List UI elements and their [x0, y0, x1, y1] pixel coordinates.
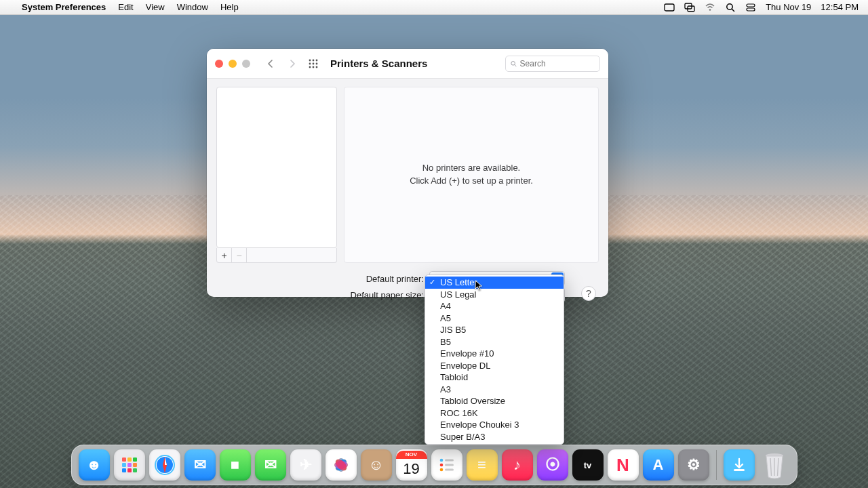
paper-size-option[interactable]: A4 — [425, 300, 564, 312]
cursor-icon — [475, 280, 486, 291]
paper-size-option[interactable]: JIS B5 — [425, 324, 564, 336]
dock-app-podcasts[interactable]: ⦿ — [537, 449, 568, 481]
svg-rect-20 — [127, 458, 132, 462]
paper-size-option-label: A4 — [440, 301, 451, 311]
paper-size-option[interactable]: US Legal — [425, 289, 564, 301]
svg-point-14 — [309, 66, 311, 68]
paper-size-option[interactable]: ✓US Letter — [425, 277, 564, 289]
empty-state-line1: No printers are available. — [410, 162, 533, 175]
menubar: System Preferences Edit View Window Help… — [0, 0, 868, 15]
forward-button[interactable] — [284, 56, 300, 72]
dock-app-contacts[interactable]: ☺ — [361, 449, 392, 481]
paper-size-option-label: Envelope DL — [440, 361, 490, 371]
svg-rect-27 — [133, 468, 137, 472]
menu-view[interactable]: View — [146, 2, 165, 12]
paper-size-option-label: US Letter — [440, 277, 477, 287]
printer-list[interactable] — [216, 87, 337, 248]
paper-size-option[interactable]: ROC 16K — [425, 407, 564, 420]
dock-app-launchpad[interactable] — [114, 449, 145, 481]
svg-point-16 — [316, 66, 318, 68]
dock-app-settings[interactable]: ⚙ — [678, 449, 709, 481]
svg-point-17 — [511, 61, 515, 65]
paper-size-option[interactable]: Envelope #10 — [425, 348, 564, 360]
svg-rect-23 — [127, 463, 132, 467]
svg-point-11 — [309, 62, 311, 64]
dock-app-notes[interactable]: ≡ — [467, 449, 498, 481]
dock: ☻✉■✉✈☺NOV19≡♪⦿tvNA⚙ — [71, 445, 797, 485]
svg-point-8 — [309, 59, 311, 61]
dock-app-tv[interactable]: tv — [572, 449, 604, 481]
dock-app-maps[interactable]: ✈ — [290, 449, 321, 481]
dock-separator — [716, 450, 717, 480]
svg-point-41 — [439, 464, 443, 467]
dock-app-reminders[interactable] — [431, 449, 462, 481]
menu-help[interactable]: Help — [220, 2, 239, 12]
svg-line-18 — [515, 64, 517, 66]
dock-app-photos[interactable] — [326, 449, 357, 481]
svg-point-3 — [709, 9, 711, 11]
paper-size-option-label: Envelope Choukei 3 — [440, 420, 519, 430]
dock-app-facetime[interactable]: ■ — [220, 449, 251, 481]
prefs-window: Printers & Scanners + − No printers are … — [207, 49, 608, 297]
paper-size-option[interactable]: Envelope Choukei 3 — [425, 419, 564, 431]
paper-size-option-label: Super B/A3 — [440, 432, 486, 442]
menu-window[interactable]: Window — [177, 2, 208, 12]
window-controls — [215, 60, 250, 68]
paper-size-option-label: US Legal — [440, 289, 476, 300]
svg-line-5 — [732, 9, 734, 12]
dock-app-appstore[interactable]: A — [643, 449, 674, 481]
paper-size-option-label: JIS B5 — [440, 325, 466, 335]
svg-rect-19 — [122, 458, 126, 462]
dock-app-safari[interactable] — [149, 449, 180, 481]
close-button[interactable] — [215, 60, 223, 68]
svg-point-9 — [313, 59, 315, 61]
svg-point-10 — [316, 59, 318, 61]
wifi-icon[interactable] — [705, 2, 715, 13]
svg-rect-25 — [122, 468, 126, 472]
search-input[interactable] — [520, 59, 595, 68]
svg-point-39 — [439, 459, 443, 462]
menubar-clock[interactable]: 12:54 PM — [821, 2, 859, 12]
zoom-button[interactable] — [242, 60, 250, 68]
paper-size-option[interactable]: Super B/A3 — [425, 431, 564, 443]
paper-size-option[interactable]: A3 — [425, 384, 564, 396]
dock-app-messages[interactable]: ✉ — [255, 449, 286, 481]
svg-point-43 — [439, 468, 443, 472]
dock-app-finder[interactable]: ☻ — [79, 449, 110, 481]
svg-rect-7 — [747, 8, 755, 11]
dock-downloads[interactable] — [724, 449, 755, 481]
printer-detail-pane: No printers are available. Click Add (+)… — [344, 87, 599, 263]
spotlight-icon[interactable] — [725, 2, 736, 13]
svg-point-13 — [316, 62, 318, 64]
dock-app-mail[interactable]: ✉ — [184, 449, 216, 481]
search-field[interactable] — [505, 56, 600, 72]
help-button[interactable]: ? — [581, 286, 596, 301]
minimize-button[interactable] — [229, 60, 237, 68]
window-title: Printers & Scanners — [330, 58, 427, 69]
menubar-date[interactable]: Thu Nov 19 — [766, 2, 811, 12]
dock-trash[interactable] — [759, 449, 790, 481]
show-all-button[interactable] — [306, 56, 321, 71]
svg-rect-44 — [445, 469, 454, 471]
paper-size-option[interactable]: B5 — [425, 336, 564, 348]
back-button[interactable] — [262, 56, 279, 72]
dock-app-music[interactable]: ♪ — [502, 449, 533, 481]
mission-control-icon[interactable] — [684, 2, 695, 13]
paper-size-option[interactable]: Tabloid — [425, 371, 564, 384]
paper-size-menu[interactable]: ✓US LetterUS LegalA4A5JIS B5B5Envelope #… — [425, 274, 564, 445]
app-menu[interactable]: System Preferences — [22, 2, 106, 12]
svg-rect-45 — [734, 469, 745, 471]
paper-size-option-label: B5 — [440, 337, 451, 347]
control-center-icon[interactable] — [745, 2, 756, 13]
paper-size-option[interactable]: A5 — [425, 312, 564, 325]
menu-edit[interactable]: Edit — [118, 2, 133, 12]
dock-app-news[interactable]: N — [608, 449, 639, 481]
paper-size-option[interactable]: Tabloid Oversize — [425, 395, 564, 407]
paper-size-option-label: A3 — [440, 384, 451, 394]
paper-size-option[interactable]: Envelope DL — [425, 360, 564, 372]
add-printer-button[interactable]: + — [217, 248, 232, 262]
default-paper-size-label: Default paper size: — [349, 290, 424, 300]
checkmark-icon: ✓ — [429, 278, 435, 287]
dock-app-calendar[interactable]: NOV19 — [396, 449, 427, 481]
keyboard-input-icon[interactable] — [664, 2, 675, 13]
